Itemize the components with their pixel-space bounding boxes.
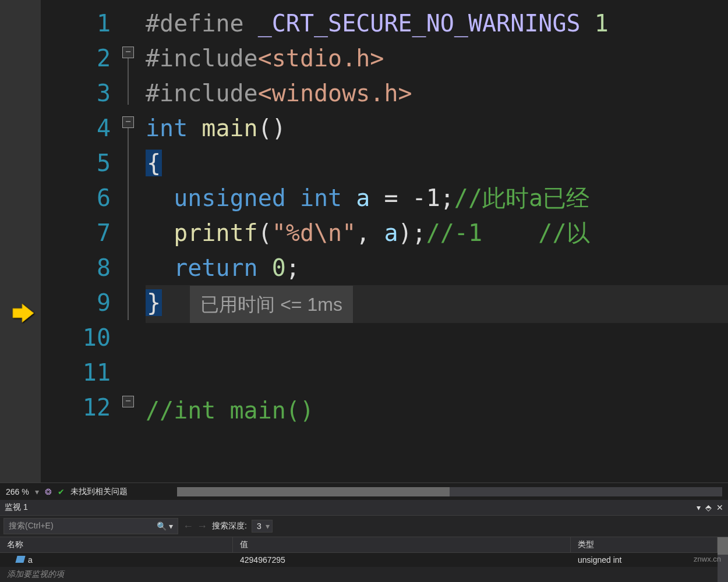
search-input[interactable]: 搜索(Ctrl+E) 🔍 ▾ <box>3 518 178 534</box>
brace-match: } <box>146 289 162 316</box>
fold-toggle-icon[interactable]: − <box>122 396 134 407</box>
depth-select[interactable]: 3 ▾ <box>252 520 273 533</box>
close-icon[interactable]: ✕ <box>716 503 723 512</box>
nav-next-icon[interactable]: → <box>197 520 207 533</box>
fold-line <box>128 128 129 320</box>
current-line-arrow-icon <box>12 303 35 326</box>
watch-panel-titlebar[interactable]: 监视 1 ▾ ⬘ ✕ <box>0 500 728 516</box>
dropdown-icon[interactable]: ▾ <box>697 503 701 512</box>
zoom-level[interactable]: 266 % <box>6 487 29 496</box>
chevron-down-icon: ▾ <box>266 521 270 531</box>
brace-match: { <box>146 150 162 176</box>
horizontal-scrollbar[interactable] <box>177 487 722 496</box>
watch-row[interactable]: a 4294967295 unsigned int <box>0 553 718 567</box>
watch-panel-title: 监视 1 <box>5 502 28 513</box>
fold-toggle-icon[interactable]: − <box>122 47 134 58</box>
nav-prev-icon[interactable]: ← <box>183 520 193 533</box>
pin-icon[interactable]: ⬘ <box>705 503 712 512</box>
issues-text[interactable]: 未找到相关问题 <box>70 487 128 497</box>
fold-line <box>128 58 129 105</box>
fold-gutter[interactable]: − − − <box>122 0 140 482</box>
variable-icon <box>15 556 25 563</box>
add-watch-item[interactable]: 添加要监视的项 <box>0 567 718 582</box>
dropdown-icon[interactable]: ▾ <box>35 487 39 496</box>
fold-toggle-icon[interactable]: − <box>122 116 134 128</box>
scrollbar-thumb[interactable] <box>718 537 728 555</box>
col-header-type[interactable]: 类型 <box>571 537 718 552</box>
intellisense-icon[interactable]: ❂ <box>45 487 52 496</box>
code-content[interactable]: #define _CRT_SECURE_NO_WARNINGS 1#includ… <box>140 0 728 482</box>
col-header-name[interactable]: 名称 <box>0 537 233 552</box>
perf-tip[interactable]: 已用时间 <= 1ms <box>190 286 353 323</box>
watch-table-header[interactable]: 名称 值 类型 <box>0 537 718 553</box>
editor-status-bar: 266 % ▾ ❂ ✔ 未找到相关问题 <box>0 482 728 500</box>
line-number-gutter: 1 2 3 4 5 6 7 8 9 10 11 12 <box>41 0 122 482</box>
watermark: znwx.cn <box>694 555 721 563</box>
svg-marker-0 <box>13 304 34 322</box>
col-header-value[interactable]: 值 <box>233 537 571 552</box>
depth-label: 搜索深度: <box>212 521 247 531</box>
breakpoint-gutter[interactable] <box>0 0 41 482</box>
watch-search-row: 搜索(Ctrl+E) 🔍 ▾ ← → 搜索深度: 3 ▾ <box>0 516 728 537</box>
code-editor[interactable]: 1 2 3 4 5 6 7 8 9 10 11 12 − − − #define… <box>0 0 728 482</box>
check-icon: ✔ <box>58 487 65 496</box>
scrollbar-thumb[interactable] <box>177 487 450 496</box>
watch-panel: 监视 1 ▾ ⬘ ✕ 搜索(Ctrl+E) 🔍 ▾ ← → 搜索深度: 3 ▾ … <box>0 500 728 582</box>
search-icon[interactable]: 🔍 ▾ <box>157 521 173 531</box>
